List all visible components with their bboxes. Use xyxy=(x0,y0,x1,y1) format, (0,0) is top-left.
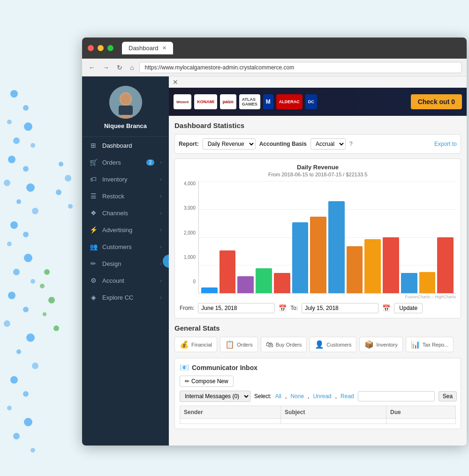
message-filter-select[interactable]: Internal Messages (0) xyxy=(180,391,250,402)
forward-icon[interactable]: → xyxy=(101,63,111,72)
chevron-right-icon: › xyxy=(160,176,162,182)
sidebar-item-dashboard[interactable]: ⊞ Dashboard xyxy=(82,137,169,154)
due-cell xyxy=(386,419,456,424)
users-icon: 👥 xyxy=(89,243,98,250)
minimize-dot[interactable] xyxy=(98,45,104,51)
inbox-icon: 📧 xyxy=(180,363,189,372)
svg-point-32 xyxy=(48,297,55,303)
maximize-dot[interactable] xyxy=(107,45,113,51)
calendar-from-icon[interactable]: 📅 xyxy=(279,304,287,312)
inbox-table: Sender Subject Due xyxy=(180,406,456,424)
report-select[interactable]: Daily Revenue xyxy=(203,138,256,150)
diamond-icon: ◈ xyxy=(89,294,98,301)
close-icon[interactable]: ✕ xyxy=(169,76,467,88)
dashboard-title: Dashboard Statistics xyxy=(174,121,461,129)
sidebar-item-inventory[interactable]: 🏷 Inventory › xyxy=(82,171,169,188)
chart-area xyxy=(198,181,456,294)
sidebar-item-customers[interactable]: 👥 Customers › xyxy=(82,238,169,255)
home-icon[interactable]: ⌂ xyxy=(128,63,136,72)
orders-stat-button[interactable]: 📋 Orders xyxy=(220,337,258,352)
svg-point-18 xyxy=(8,292,15,299)
tax-report-button[interactable]: 📊 Tax Repo... xyxy=(406,337,454,352)
dashboard-icon: ⊞ xyxy=(89,142,98,149)
compose-button[interactable]: ✏ Compose New xyxy=(180,376,234,387)
sidebar-item-restock[interactable]: ☰ Restock › xyxy=(82,188,169,204)
buy-orders-label: Buy Orders xyxy=(276,342,302,348)
inventory-stat-label: Inventory xyxy=(376,342,397,348)
sidebar-item-account[interactable]: ⚙ Account › xyxy=(82,272,169,289)
date-to-input[interactable] xyxy=(302,303,378,313)
svg-point-21 xyxy=(26,333,35,342)
accounting-select[interactable]: Accrual xyxy=(310,138,346,150)
sidebar-item-orders[interactable]: 🛒 Orders 2 › xyxy=(82,154,169,171)
browser-toolbar: ← → ↻ ⌂ xyxy=(82,59,467,76)
inventory-stat-icon: 📦 xyxy=(364,340,374,349)
svg-point-20 xyxy=(4,320,10,327)
atlas-logo: ATLASGAMES xyxy=(239,94,260,109)
svg-point-0 xyxy=(10,90,18,98)
bar-9 xyxy=(347,246,363,293)
customers-stat-button[interactable]: 👤 Customers xyxy=(310,337,356,352)
sidebar-item-label: Orders xyxy=(102,159,142,166)
inbox-title: Communicator Inbox xyxy=(192,364,257,371)
chart-title: Daily Revenue xyxy=(180,164,456,171)
network-icon: ❖ xyxy=(89,209,98,217)
sidebar-item-channels[interactable]: ❖ Channels › xyxy=(82,204,169,221)
calendar-to-icon[interactable]: 📅 xyxy=(382,304,390,312)
orders-icon: 📋 xyxy=(225,340,234,349)
select-all-link[interactable]: All xyxy=(275,393,281,400)
svg-point-25 xyxy=(23,391,29,397)
tab-title: Dashboard xyxy=(129,45,159,52)
svg-point-15 xyxy=(24,254,32,262)
bar-14 xyxy=(437,237,454,294)
svg-point-36 xyxy=(65,175,71,181)
alderac-logo: ALDERAC xyxy=(276,94,303,109)
compose-icon: ✏ xyxy=(185,378,189,385)
sidebar-item-explore-cc[interactable]: ◈ Explore CC › xyxy=(82,289,169,306)
back-icon[interactable]: ← xyxy=(87,63,97,72)
financial-button[interactable]: 💰 Financial xyxy=(174,337,217,352)
inbox-section: 📧 Communicator Inbox ✏ Compose New Inter… xyxy=(174,358,461,429)
search-inbox-input[interactable] xyxy=(358,391,435,401)
svg-point-28 xyxy=(13,433,20,439)
select-read-link[interactable]: Read xyxy=(340,393,354,400)
svg-point-33 xyxy=(43,312,46,316)
tab-close-icon[interactable]: ✕ xyxy=(162,45,166,51)
date-from-input[interactable] xyxy=(198,303,275,313)
sidebar-item-design[interactable]: ✏ Design › xyxy=(82,255,169,272)
subject-cell xyxy=(281,419,386,424)
select-none-link[interactable]: None xyxy=(290,393,304,400)
reload-icon[interactable]: ↻ xyxy=(115,63,124,72)
svg-point-6 xyxy=(8,156,15,163)
inventory-stat-button[interactable]: 📦 Inventory xyxy=(359,337,402,352)
general-stats-section: General Stats 💰 Financial 📋 Orders 🛍 xyxy=(174,324,461,352)
select-unread-link[interactable]: Unread xyxy=(313,393,331,400)
chevron-right-icon: › xyxy=(160,227,162,233)
table-header-row: Sender Subject Due xyxy=(180,406,456,419)
financial-icon: 💰 xyxy=(180,340,189,349)
to-label: To: xyxy=(290,305,298,311)
from-label: From: xyxy=(180,305,194,311)
help-icon[interactable]: ? xyxy=(349,141,353,147)
update-button[interactable]: Update xyxy=(394,303,423,313)
buy-orders-button[interactable]: 🛍 Buy Orders xyxy=(261,337,307,352)
search-inbox-button[interactable]: Sea xyxy=(439,391,457,401)
general-stats-title: General Stats xyxy=(174,324,461,332)
y-axis: 4,000 3,000 2,000 1,000 0 xyxy=(180,181,198,294)
svg-point-11 xyxy=(32,208,38,214)
sidebar-item-advertising[interactable]: ⚡ Advertising › xyxy=(82,221,169,238)
svg-point-31 xyxy=(40,284,45,288)
close-dot[interactable] xyxy=(88,45,94,51)
accounting-label: Accounting Basis xyxy=(259,141,307,147)
dashboard-content: Dashboard Statistics Report: Daily Reven… xyxy=(169,116,467,435)
bar-6 xyxy=(292,222,309,293)
checkout-button[interactable]: Check out 0 xyxy=(411,94,462,109)
svg-point-13 xyxy=(23,232,29,237)
report-label: Report: xyxy=(179,141,199,147)
url-bar[interactable] xyxy=(139,62,462,73)
browser-tab[interactable]: Dashboard ✕ xyxy=(122,42,173,54)
export-link[interactable]: Export to xyxy=(434,141,457,147)
sidebar-item-label: Explore CC xyxy=(102,294,155,301)
chevron-right-icon: › xyxy=(160,278,162,283)
svg-point-29 xyxy=(30,448,35,453)
